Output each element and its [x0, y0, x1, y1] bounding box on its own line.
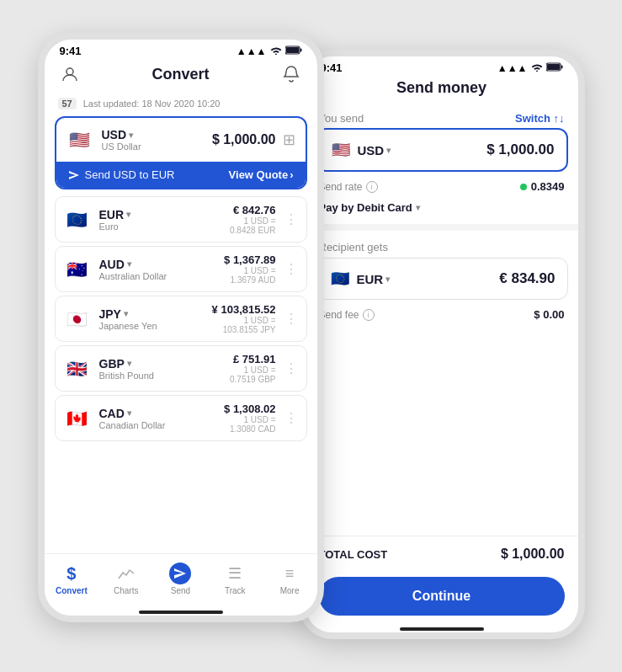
recipient-gets-label: Recipient gets	[319, 241, 388, 253]
from-currency-code: USD ▾	[102, 128, 141, 141]
jpy-code: JPY ▾	[99, 307, 157, 321]
aud-label: AUD ▾ Australian Dollar	[99, 258, 167, 281]
send-to-eur-label: Send USD to EUR	[68, 168, 175, 181]
gbp-row[interactable]: 🇬🇧 GBP ▾ British Pound £ 751.91 1 USD =0…	[55, 345, 307, 392]
gbp-code: GBP ▾	[99, 357, 154, 371]
cad-row[interactable]: 🇨🇦 CAD ▾ Canadian Dollar $ 1,308.02 1 US…	[55, 395, 307, 441]
dropdown-arrow-from[interactable]: ▾	[129, 131, 133, 140]
you-send-code: USD ▾	[358, 143, 391, 157]
nav-more[interactable]: ≡ More	[263, 559, 317, 599]
jpy-label: JPY ▾ Japanese Yen	[99, 307, 157, 331]
charts-nav-icon	[115, 563, 137, 584]
eur-row-right: € 842.76 1 USD =0.8428 EUR ⋮	[230, 204, 297, 235]
svg-point-3	[66, 68, 73, 75]
aud-code: AUD ▾	[99, 258, 167, 271]
eur-menu-icon[interactable]: ⋮	[284, 211, 298, 227]
send-money-phone: 9:41 ▲▲▲ Send money You send Switch ↑↓	[299, 50, 585, 639]
recipient-currency-select[interactable]: 🇪🇺 EUR ▾	[328, 267, 391, 291]
convert-nav-icon: $	[61, 563, 82, 584]
cad-menu-icon[interactable]: ⋮	[284, 410, 298, 426]
send-rate-row: Send rate i 0.8349	[306, 175, 578, 198]
wifi-icon	[270, 45, 282, 57]
send-money-header: Send money	[306, 76, 578, 105]
eur-name: Euro	[99, 221, 131, 232]
gbp-info: 🇬🇧 GBP ▾ British Pound	[64, 355, 154, 382]
pay-method-chevron: ▾	[416, 203, 420, 212]
gbp-menu-icon[interactable]: ⋮	[284, 360, 298, 376]
jpy-row[interactable]: 🇯🇵 JPY ▾ Japanese Yen ¥ 103,815.52 1 USD…	[55, 296, 307, 342]
aud-row[interactable]: 🇦🇺 AUD ▾ Australian Dollar $ 1,367.89 1 …	[55, 246, 307, 292]
cad-info: 🇨🇦 CAD ▾ Canadian Dollar	[64, 405, 166, 432]
calculator-icon[interactable]: ⊞	[283, 131, 295, 149]
signal-icon: ▲▲▲	[237, 45, 267, 57]
from-currency-label: USD ▾ US Dollar	[102, 128, 141, 152]
track-nav-label: Track	[225, 586, 246, 595]
gbp-rate: 1 USD =0.7519 GBP	[230, 365, 275, 384]
aud-rate: 1 USD =1.3679 AUD	[224, 266, 275, 285]
jpy-flag: 🇯🇵	[64, 306, 91, 333]
send-fee-value: $ 0.00	[534, 308, 564, 321]
you-send-input-card[interactable]: 🇺🇸 USD ▾ $ 1,000.00	[316, 128, 568, 172]
cad-label: CAD ▾ Canadian Dollar	[99, 407, 166, 430]
nav-convert[interactable]: $ Convert	[45, 559, 99, 599]
eur-info: 🇪🇺 EUR ▾ Euro	[64, 206, 131, 233]
usd-flag: 🇺🇸	[66, 126, 93, 153]
aud-amount: $ 1,367.89	[224, 253, 275, 266]
gbp-label: GBP ▾ British Pound	[99, 357, 154, 381]
pay-method-row[interactable]: Pay by Debit Card ▾	[306, 198, 578, 221]
from-currency-card[interactable]: 🇺🇸 USD ▾ US Dollar $ 1,000.00 ⊞	[55, 116, 307, 189]
from-currency-amount: $ 1,000.00	[212, 132, 276, 147]
currency-list: 🇪🇺 EUR ▾ Euro € 842.76 1 USD =0.8428 EUR…	[45, 193, 317, 553]
cad-amount: $ 1,308.02	[224, 403, 275, 415]
bottom-nav-left: $ Convert Charts Send ☰ Track ≡	[45, 553, 317, 607]
eur-rate: 1 USD =0.8428 EUR	[230, 216, 275, 235]
from-currency-name: US Dollar	[102, 141, 141, 152]
send-fee-info-icon[interactable]: i	[363, 309, 375, 321]
status-bar-right: 9:41 ▲▲▲	[306, 56, 578, 76]
svg-rect-2	[300, 48, 301, 51]
more-nav-icon: ≡	[279, 563, 300, 584]
track-nav-icon: ☰	[224, 563, 246, 584]
gbp-values: £ 751.91 1 USD =0.7519 GBP	[230, 353, 275, 384]
bell-icon[interactable]	[279, 62, 303, 86]
convert-nav-label: Convert	[56, 586, 88, 595]
you-send-currency-select[interactable]: 🇺🇸 USD ▾	[329, 138, 391, 162]
aud-menu-icon[interactable]: ⋮	[284, 261, 298, 277]
nav-track[interactable]: ☰ Track	[208, 559, 263, 599]
section-divider	[306, 224, 578, 231]
total-cost-row: TOTAL COST $ 1,000.00	[306, 536, 578, 572]
wifi-icon-right	[531, 62, 543, 74]
eur-flag: 🇪🇺	[64, 206, 91, 233]
switch-btn[interactable]: Switch ↑↓	[515, 112, 565, 125]
aud-values: $ 1,367.89 1 USD =1.3679 AUD	[224, 253, 275, 285]
eur-code: EUR ▾	[99, 208, 131, 221]
jpy-menu-icon[interactable]: ⋮	[284, 311, 298, 327]
recipient-gets-card[interactable]: 🇪🇺 EUR ▾ € 834.90	[316, 258, 568, 300]
eur-amount: € 842.76	[230, 204, 275, 216]
continue-button[interactable]: Continue	[319, 577, 565, 616]
send-nav-label: Send	[171, 586, 190, 595]
send-rate-value: 0.8349	[520, 180, 565, 193]
send-rate-info-icon[interactable]: i	[366, 181, 378, 193]
last-updated-text: Last updated: 18 Nov 2020 10:20	[83, 99, 221, 109]
nav-send[interactable]: Send	[153, 559, 208, 599]
eur-row[interactable]: 🇪🇺 EUR ▾ Euro € 842.76 1 USD =0.8428 EUR…	[55, 196, 307, 243]
chevron-right-icon: ›	[290, 168, 293, 181]
update-badge: 57	[58, 98, 77, 109]
convert-header: Convert	[45, 59, 317, 94]
svg-rect-6	[561, 65, 562, 68]
charts-nav-label: Charts	[114, 586, 138, 595]
nav-charts[interactable]: Charts	[98, 559, 153, 599]
view-quote-btn[interactable]: View Quote ›	[229, 168, 294, 181]
status-time-left: 9:41	[60, 45, 82, 57]
convert-title: Convert	[152, 66, 209, 83]
jpy-values: ¥ 103,815.52 1 USD =103.8155 JPY	[212, 303, 276, 334]
jpy-name: Japanese Yen	[99, 321, 157, 331]
profile-icon[interactable]	[58, 62, 82, 86]
status-icons-right: ▲▲▲	[497, 62, 563, 74]
jpy-rate: 1 USD =103.8155 JPY	[212, 316, 276, 334]
svg-rect-5	[547, 64, 560, 70]
you-send-amount[interactable]: $ 1,000.00	[486, 141, 554, 158]
home-indicator-left	[139, 611, 223, 614]
recipient-flag: 🇪🇺	[328, 267, 352, 291]
